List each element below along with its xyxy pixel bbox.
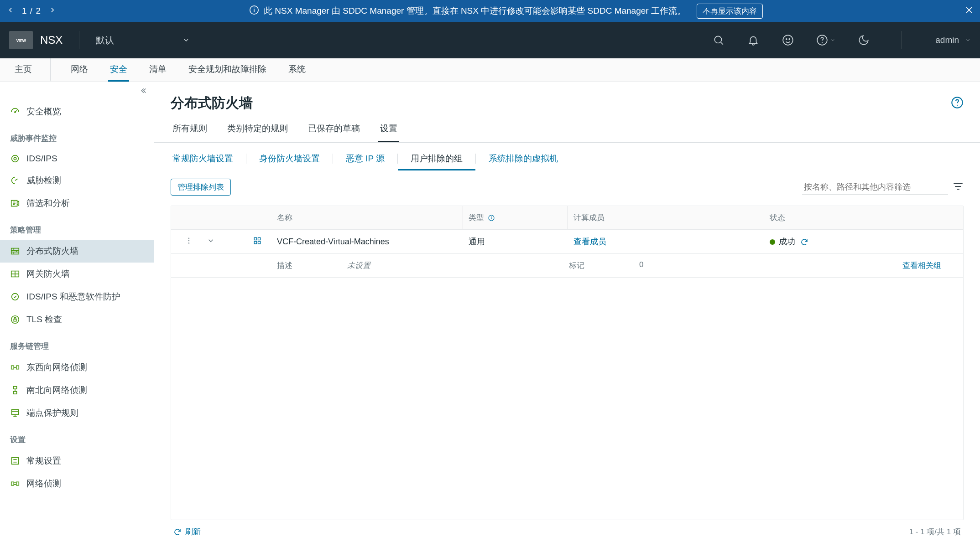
sidebar-item-label: 网关防火墙 — [26, 268, 70, 280]
sidebar-item-label: TLS 检查 — [26, 314, 62, 325]
col-members: 计算成员 — [568, 206, 764, 229]
firewall-icon — [10, 269, 20, 279]
sstab-sysexcl[interactable]: 系统排除的虚拟机 — [476, 153, 571, 170]
help-icon[interactable] — [951, 96, 964, 110]
sidebar-item-probe[interactable]: 网络侦测 — [0, 472, 154, 495]
product-name: NSX — [40, 34, 63, 46]
info-icon — [249, 5, 259, 17]
header-divider — [79, 31, 79, 49]
scope-label: 默认 — [96, 34, 114, 46]
row-name: VCF-Created-Virtual-Machines — [271, 231, 463, 253]
subtab-category[interactable]: 类别特定的规则 — [225, 123, 290, 142]
sstab-identity[interactable]: 身份防火墙设置 — [246, 153, 333, 170]
sidebar-item-ep[interactable]: 端点保护规则 — [0, 402, 154, 424]
target-icon — [10, 154, 20, 164]
subtab-drafts[interactable]: 已保存的草稿 — [306, 123, 362, 142]
sstab-userexcl[interactable]: 用户排除的组 — [398, 153, 475, 170]
manage-exclusion-button[interactable]: 管理排除列表 — [171, 179, 231, 196]
sidebar-item-label: 端点保护规则 — [26, 407, 78, 419]
toolbar: 管理排除列表 — [171, 179, 964, 196]
user-menu[interactable]: admin — [935, 35, 971, 45]
svg-point-5 — [715, 36, 722, 43]
table-row: VCF-Created-Virtual-Machines 通用 查看成员 成功 — [171, 230, 963, 254]
banner-next-icon[interactable] — [48, 6, 57, 16]
app-header: vmw NSX 默认 admin — [0, 22, 980, 58]
analysis-icon — [10, 198, 20, 208]
svg-rect-34 — [12, 410, 19, 415]
tab-security[interactable]: 安全 — [108, 58, 129, 82]
radar-icon — [10, 175, 20, 186]
svg-rect-38 — [12, 458, 19, 464]
sidebar-item-ns[interactable]: 南北向网络侦测 — [0, 379, 154, 402]
row-expand-icon[interactable] — [207, 237, 215, 247]
chevron-down-icon — [964, 37, 971, 43]
sidebar-item-dfw[interactable]: 分布式防火墙 — [0, 240, 154, 263]
desc-label: 描述 — [277, 260, 292, 271]
svg-rect-56 — [258, 241, 261, 243]
sidebar-item-tls[interactable]: TLS 检查 — [0, 308, 154, 331]
sidebar-section-settings: 设置 — [0, 424, 154, 449]
sidebar-item-gfw[interactable]: 网关防火墙 — [0, 263, 154, 285]
tab-inventory[interactable]: 清单 — [147, 58, 168, 82]
related-groups-link[interactable]: 查看相关组 — [902, 260, 958, 271]
row-menu-icon[interactable] — [185, 237, 193, 247]
svg-rect-41 — [11, 482, 14, 485]
scope-dropdown[interactable]: 默认 — [96, 34, 190, 46]
banner-page-indicator: 1 / 2 — [22, 6, 41, 16]
sidebar-section-chain: 服务链管理 — [0, 331, 154, 356]
tertiary-tabs: 常规防火墙设置 身份防火墙设置 恶意 IP 源 用户排除的组 系统排除的虚拟机 — [171, 153, 964, 170]
sidebar-item-filter[interactable]: 筛选和分析 — [0, 192, 154, 215]
banner-close-icon[interactable] — [955, 5, 974, 17]
sidebar-item-label: 筛选和分析 — [26, 197, 70, 209]
subtab-all[interactable]: 所有规则 — [171, 123, 209, 142]
sidebar-section-threat: 威胁事件监控 — [0, 123, 154, 148]
tab-plan[interactable]: 安全规划和故障排除 — [187, 58, 268, 82]
svg-point-52 — [188, 243, 189, 243]
sidebar-item-label: 分布式防火墙 — [26, 245, 78, 257]
view-members-link[interactable]: 查看成员 — [573, 237, 606, 246]
banner-dismiss-button[interactable]: 不再显示该内容 — [697, 4, 763, 19]
sidebar-item-ew[interactable]: 东西向网络侦测 — [0, 356, 154, 379]
sidebar-item-ids[interactable]: IDS/IPS — [0, 148, 154, 169]
sidebar-item-label: 东西向网络侦测 — [26, 361, 87, 373]
sidebar-item-label: 南北向网络侦测 — [26, 384, 87, 396]
sidebar-item-overview[interactable]: 安全概览 — [0, 100, 154, 123]
search-icon[interactable] — [712, 34, 725, 46]
svg-rect-31 — [13, 387, 16, 389]
sidebar: 安全概览 威胁事件监控 IDS/IPS 威胁检测 筛选和分析 策略管理 分布式防… — [0, 82, 154, 547]
sstab-general[interactable]: 常规防火墙设置 — [171, 153, 246, 170]
status-refresh-icon[interactable] — [798, 237, 808, 246]
svg-point-11 — [822, 42, 823, 43]
sidebar-item-idsmal[interactable]: IDS/IPS 和恶意软件防护 — [0, 285, 154, 308]
filter-icon[interactable] — [953, 181, 964, 193]
group-icon — [253, 237, 261, 247]
vmware-logo: vmw — [9, 31, 33, 49]
dashboard-icon — [10, 107, 20, 117]
sidebar-item-label: 常规设置 — [26, 455, 61, 467]
banner-prev-icon[interactable] — [6, 6, 15, 16]
sstab-malip[interactable]: 恶意 IP 源 — [333, 153, 397, 170]
lock-icon — [10, 315, 20, 325]
smiley-icon[interactable] — [782, 34, 794, 46]
col-type: 类型 — [463, 206, 568, 229]
svg-point-50 — [188, 237, 189, 238]
sidebar-item-detect[interactable]: 威胁检测 — [0, 169, 154, 192]
sidebar-item-label: 网络侦测 — [26, 478, 61, 490]
svg-point-49 — [491, 216, 491, 217]
bell-icon[interactable] — [747, 34, 760, 46]
subtab-settings[interactable]: 设置 — [378, 123, 399, 142]
refresh-button[interactable]: 刷新 — [173, 526, 201, 537]
search-input[interactable] — [802, 180, 948, 195]
row-type: 通用 — [463, 230, 568, 253]
svg-rect-55 — [254, 241, 256, 243]
help-dropdown-icon[interactable] — [816, 34, 835, 46]
tab-home[interactable]: 主页 — [13, 58, 51, 82]
sidebar-item-general[interactable]: 常规设置 — [0, 449, 154, 472]
sidebar-collapse-icon[interactable] — [139, 87, 147, 96]
info-icon[interactable] — [488, 214, 495, 222]
tab-network[interactable]: 网络 — [69, 58, 90, 82]
tag-value: 0 — [639, 260, 643, 271]
svg-rect-53 — [254, 237, 256, 240]
theme-toggle-icon[interactable] — [857, 34, 870, 46]
tab-system[interactable]: 系统 — [287, 58, 308, 82]
